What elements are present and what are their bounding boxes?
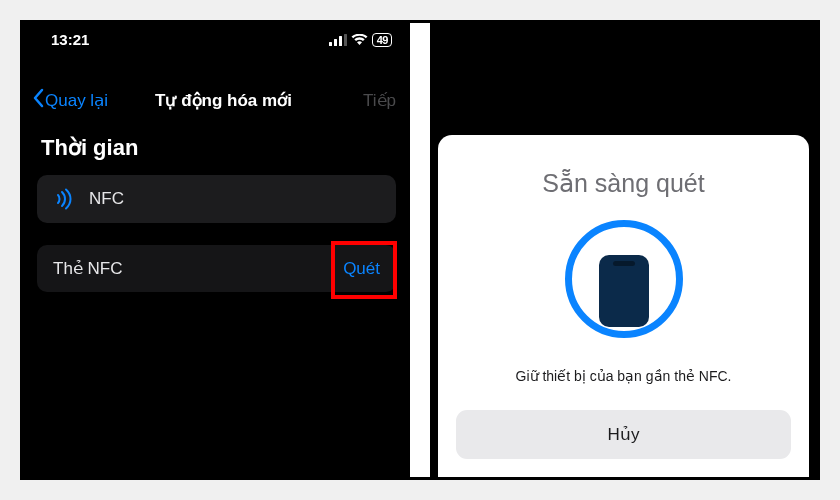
status-bar: 13:21 49	[23, 23, 410, 52]
nfc-tag-label: Thẻ NFC	[53, 258, 343, 279]
nfc-type-cell[interactable]: NFC	[37, 175, 396, 223]
sheet-title: Sẵn sàng quét	[542, 169, 704, 198]
phone-icon	[599, 255, 649, 327]
scan-graphic	[565, 220, 683, 338]
scan-button[interactable]: Quét	[343, 259, 380, 279]
status-time: 13:21	[51, 31, 89, 48]
nfc-label: NFC	[89, 189, 380, 209]
svg-rect-1	[334, 39, 337, 46]
cancel-button[interactable]: Hủy	[456, 410, 791, 459]
nfc-tag-cell[interactable]: Thẻ NFC Quét	[37, 245, 396, 292]
battery-percent: 49	[377, 34, 388, 46]
phone-left: 13:21 49 Quay lại	[23, 23, 410, 477]
screenshot-frame: 13:21 49 Quay lại	[20, 20, 820, 480]
back-label: Quay lại	[45, 90, 108, 111]
svg-rect-2	[339, 36, 342, 46]
sheet-message: Giữ thiết bị của bạn gần thẻ NFC.	[516, 368, 732, 384]
cellular-icon	[329, 34, 347, 46]
phone-right: Sẵn sàng quét Giữ thiết bị của bạn gần t…	[430, 23, 817, 477]
section-title: Thời gian	[23, 125, 410, 175]
nav-title: Tự động hóa mới	[121, 90, 326, 111]
next-button[interactable]: Tiếp	[326, 90, 396, 111]
chevron-left-icon	[31, 88, 45, 113]
battery-icon: 49	[372, 33, 392, 47]
nav-bar: Quay lại Tự động hóa mới Tiếp	[23, 74, 410, 125]
status-right: 49	[329, 33, 392, 47]
back-button[interactable]: Quay lại	[31, 88, 121, 113]
svg-rect-0	[329, 42, 332, 46]
wifi-icon	[351, 34, 368, 46]
nfc-scan-sheet: Sẵn sàng quét Giữ thiết bị của bạn gần t…	[438, 135, 809, 477]
svg-rect-3	[344, 34, 347, 46]
nfc-icon	[53, 188, 75, 210]
